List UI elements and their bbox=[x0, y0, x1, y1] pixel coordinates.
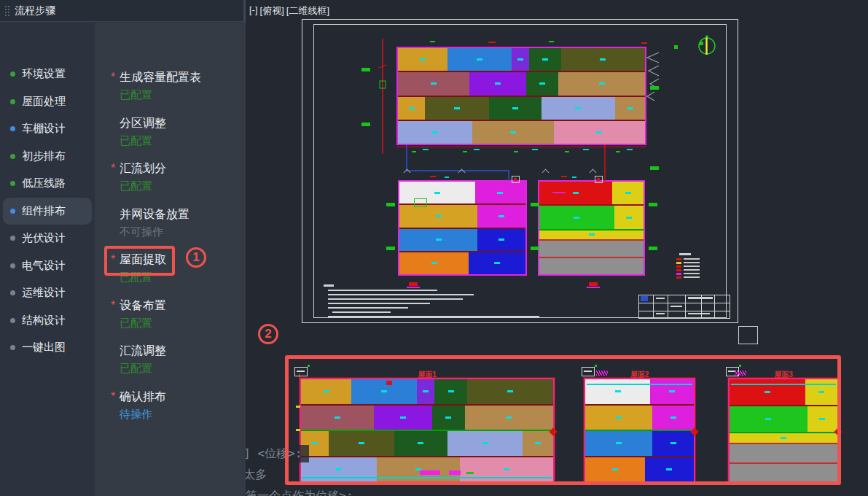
pv-block[interactable] bbox=[539, 230, 644, 239]
pv-block[interactable] bbox=[399, 205, 477, 227]
pv-block[interactable] bbox=[477, 229, 525, 251]
pv-block[interactable] bbox=[541, 97, 616, 120]
step-status: 已配置 bbox=[120, 133, 246, 148]
pv-block[interactable] bbox=[526, 72, 558, 95]
panel-title: 流程步骤 bbox=[15, 4, 55, 18]
sidebar-item-环境设置[interactable]: 环境设置 bbox=[0, 61, 95, 88]
step-title[interactable]: *确认排布 bbox=[120, 389, 246, 405]
pv-block[interactable] bbox=[472, 121, 554, 144]
annotation-marker-1: 1 bbox=[186, 247, 206, 268]
process-steps-panel: 流程步骤 环境设置屋面处理车棚设计初步排布低压线路组件排布光伏设计电气设计运维设… bbox=[0, 0, 246, 496]
step-title[interactable]: *生成容量配置表 bbox=[120, 69, 246, 85]
sidebar-item-初步排布[interactable]: 初步排布 bbox=[0, 143, 95, 171]
cad-mark bbox=[324, 284, 334, 287]
cad-mark bbox=[386, 247, 395, 250]
step-并网设备放置: 并网设备放置不可操作 bbox=[111, 206, 246, 252]
step-status: 已配置 bbox=[120, 316, 246, 330]
cad-mark bbox=[572, 177, 576, 178]
required-marker: * bbox=[111, 160, 120, 177]
cad-mark bbox=[676, 269, 681, 271]
roof-plan-bottom-right[interactable] bbox=[538, 180, 645, 276]
viewport-menu-toggle[interactable]: [-] bbox=[249, 4, 258, 18]
sidebar-item-光伏设计[interactable]: 光伏设计 bbox=[0, 225, 95, 252]
pv-block[interactable] bbox=[398, 97, 425, 120]
pv-block[interactable] bbox=[539, 258, 644, 274]
roof-row bbox=[398, 96, 645, 120]
cad-mark bbox=[685, 295, 686, 319]
step-title[interactable]: 分区调整 bbox=[120, 115, 246, 131]
panel-title-bar[interactable]: 流程步骤 bbox=[0, 0, 243, 22]
annotation-marker-2: 2 bbox=[258, 324, 278, 344]
step-title[interactable]: 并网设备放置 bbox=[120, 206, 246, 222]
pv-block[interactable] bbox=[614, 206, 644, 228]
viewport-view-control[interactable]: [俯视] bbox=[260, 4, 284, 18]
step-生成容量配置表: *生成容量配置表已配置 bbox=[111, 69, 246, 115]
sidebar-item-label: 车棚设计 bbox=[22, 122, 66, 136]
pv-block[interactable] bbox=[489, 97, 541, 120]
cad-drawing-area[interactable]: [-] [俯视] [二维线框] 2 屋面1 屋面2 屋面3 bbox=[248, 0, 868, 496]
sidebar-item-电气设计[interactable]: 电气设计 bbox=[0, 252, 95, 280]
status-dot-icon bbox=[10, 263, 15, 268]
sidebar-item-组件排布[interactable]: 组件排布 bbox=[3, 198, 92, 225]
step-设备布置: *设备布置已配置 bbox=[111, 298, 246, 344]
step-确认排布: *确认排布待操作 bbox=[111, 389, 246, 435]
sidebar-item-运维设计[interactable]: 运维设计 bbox=[0, 279, 95, 307]
cad-mark bbox=[583, 149, 589, 150]
sidebar-item-车棚设计[interactable]: 车棚设计 bbox=[0, 115, 95, 143]
block-label-mark bbox=[498, 239, 504, 241]
cad-mark bbox=[531, 247, 539, 250]
pv-block[interactable] bbox=[475, 182, 525, 204]
step-title[interactable]: 汇流调整 bbox=[120, 343, 246, 359]
cad-mark bbox=[676, 258, 681, 260]
pv-block[interactable] bbox=[425, 97, 489, 120]
cad-mark bbox=[656, 298, 665, 299]
step-status: 待操作 bbox=[120, 407, 246, 422]
cad-mark bbox=[684, 269, 700, 271]
cad-mark bbox=[445, 177, 449, 178]
sidebar-item-低压线路[interactable]: 低压线路 bbox=[0, 170, 95, 198]
pv-block[interactable] bbox=[399, 182, 475, 204]
pv-block[interactable] bbox=[612, 182, 644, 204]
cad-mark bbox=[684, 258, 700, 260]
substep-list: *生成容量配置表已配置分区调整已配置*汇流划分已配置并网设备放置不可操作*屋面提… bbox=[95, 23, 246, 496]
cad-mark bbox=[684, 276, 700, 278]
sidebar-item-屋面处理[interactable]: 屋面处理 bbox=[0, 88, 95, 116]
step-label: 分区调整 bbox=[120, 115, 166, 131]
pv-block[interactable] bbox=[539, 241, 644, 257]
cad-mark bbox=[414, 198, 427, 207]
pv-block[interactable] bbox=[477, 205, 525, 227]
pv-block[interactable] bbox=[558, 72, 645, 95]
pv-block[interactable] bbox=[561, 48, 645, 71]
pv-block[interactable] bbox=[398, 48, 447, 71]
step-title[interactable]: *设备布置 bbox=[120, 298, 246, 314]
drag-grip-icon[interactable] bbox=[5, 6, 9, 16]
required-marker: * bbox=[111, 69, 120, 85]
cad-mark bbox=[488, 42, 496, 43]
pv-block[interactable] bbox=[529, 48, 561, 71]
pv-block[interactable] bbox=[539, 182, 612, 204]
step-title[interactable]: *汇流划分 bbox=[120, 160, 246, 177]
roof-plan-bottom-left[interactable] bbox=[398, 180, 527, 276]
cad-mark bbox=[514, 151, 518, 152]
pv-block[interactable] bbox=[399, 252, 469, 274]
pv-block[interactable] bbox=[447, 48, 512, 71]
cad-mark bbox=[430, 41, 435, 42]
pv-block[interactable] bbox=[512, 48, 529, 71]
pv-block[interactable] bbox=[469, 252, 525, 274]
cad-mark bbox=[328, 303, 430, 304]
step-status: 已配置 bbox=[120, 179, 246, 193]
pv-block[interactable] bbox=[398, 121, 472, 144]
pv-block[interactable] bbox=[469, 72, 526, 95]
pv-block[interactable] bbox=[399, 229, 477, 251]
pv-block[interactable] bbox=[398, 72, 469, 95]
pv-block[interactable] bbox=[554, 121, 645, 144]
sidebar-item-一键出图[interactable]: 一键出图 bbox=[0, 334, 95, 362]
cad-mark bbox=[328, 307, 408, 309]
block-label-mark bbox=[431, 82, 437, 85]
sidebar-item-结构设计[interactable]: 结构设计 bbox=[0, 307, 95, 335]
cad-mark bbox=[653, 295, 654, 319]
pv-block[interactable] bbox=[539, 206, 614, 228]
roof-plan-main[interactable] bbox=[396, 47, 646, 145]
viewport-style-control[interactable]: [二维线框] bbox=[286, 4, 329, 18]
cad-mark bbox=[361, 68, 370, 71]
